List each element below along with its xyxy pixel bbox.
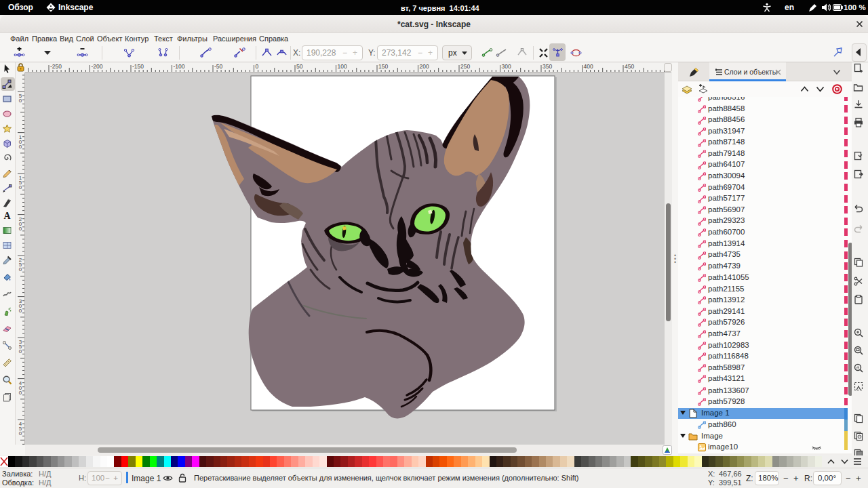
svg-text:A: A xyxy=(3,211,11,220)
svg-text:-200: -200 xyxy=(92,63,103,70)
svg-text:0: 0 xyxy=(19,98,22,104)
svg-text:0: 0 xyxy=(19,430,22,436)
svg-text:400: 400 xyxy=(584,63,593,70)
svg-text:50: 50 xyxy=(296,63,303,70)
svg-text:450: 450 xyxy=(625,63,634,70)
svg-text:0: 0 xyxy=(19,184,22,190)
svg-text:0: 0 xyxy=(19,348,22,354)
svg-text:200: 200 xyxy=(420,63,429,70)
svg-text:100: 100 xyxy=(338,63,347,70)
svg-text:-150: -150 xyxy=(132,63,144,70)
svg-text:-250: -250 xyxy=(50,63,62,70)
svg-text:300: 300 xyxy=(502,63,511,70)
svg-text:-100: -100 xyxy=(174,63,185,70)
svg-text:0: 0 xyxy=(19,266,22,272)
svg-text:0: 0 xyxy=(19,144,22,150)
svg-text:0: 0 xyxy=(19,226,22,232)
svg-text:0: 0 xyxy=(19,390,22,396)
svg-text:0: 0 xyxy=(256,63,259,70)
svg-text:0: 0 xyxy=(19,308,22,314)
svg-text:-50: -50 xyxy=(214,63,223,70)
svg-text:150: 150 xyxy=(378,63,388,70)
svg-text:350: 350 xyxy=(542,63,552,70)
svg-text:250: 250 xyxy=(460,63,470,70)
